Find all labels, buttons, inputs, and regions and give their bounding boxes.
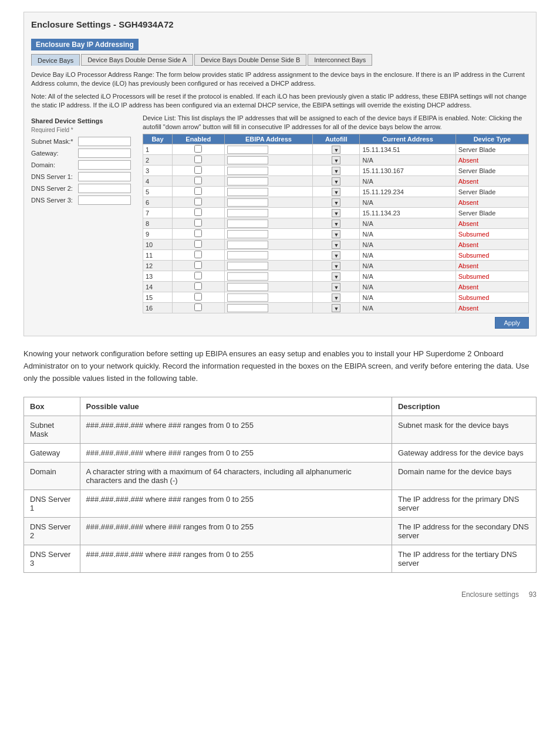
- enabled-cell[interactable]: [172, 155, 224, 166]
- autofill-cell[interactable]: ▼: [313, 229, 360, 239]
- autofill-button[interactable]: ▼: [332, 283, 340, 291]
- autofill-button[interactable]: ▼: [332, 156, 340, 164]
- ebipa-cell[interactable]: [224, 271, 313, 282]
- autofill-cell[interactable]: ▼: [313, 155, 360, 166]
- ebipa-input[interactable]: [227, 304, 268, 312]
- autofill-cell[interactable]: ▼: [313, 271, 360, 282]
- enabled-cell[interactable]: [172, 166, 224, 176]
- ebipa-input[interactable]: [227, 293, 268, 302]
- enabled-checkbox[interactable]: [194, 282, 202, 290]
- autofill-button[interactable]: ▼: [332, 177, 340, 185]
- enabled-checkbox[interactable]: [194, 251, 202, 258]
- enabled-cell[interactable]: [172, 218, 224, 229]
- autofill-cell[interactable]: ▼: [313, 197, 360, 208]
- input-subnet-mask[interactable]: [78, 137, 131, 146]
- enabled-cell[interactable]: [172, 197, 224, 208]
- ebipa-input[interactable]: [227, 272, 268, 281]
- autofill-button[interactable]: ▼: [332, 146, 340, 154]
- autofill-button[interactable]: ▼: [332, 167, 340, 175]
- enabled-cell[interactable]: [172, 239, 224, 250]
- enabled-checkbox[interactable]: [194, 198, 202, 205]
- ebipa-input[interactable]: [227, 156, 268, 164]
- enabled-checkbox[interactable]: [194, 156, 202, 163]
- ebipa-input[interactable]: [227, 251, 268, 259]
- enabled-cell[interactable]: [172, 250, 224, 261]
- autofill-cell[interactable]: ▼: [313, 187, 360, 197]
- ebipa-input[interactable]: [227, 220, 268, 228]
- ebipa-input[interactable]: [227, 177, 268, 185]
- ebipa-input[interactable]: [227, 188, 268, 196]
- enabled-cell[interactable]: [172, 176, 224, 187]
- enabled-checkbox[interactable]: [194, 187, 202, 195]
- enabled-cell[interactable]: [172, 303, 224, 313]
- ebipa-cell[interactable]: [224, 292, 313, 303]
- autofill-button[interactable]: ▼: [332, 262, 340, 270]
- autofill-button[interactable]: ▼: [332, 209, 340, 217]
- enabled-cell[interactable]: [172, 144, 224, 155]
- autofill-button[interactable]: ▼: [332, 251, 340, 259]
- enabled-cell[interactable]: [172, 282, 224, 292]
- ebipa-cell[interactable]: [224, 239, 313, 250]
- enabled-checkbox[interactable]: [194, 261, 202, 269]
- autofill-button[interactable]: ▼: [332, 272, 340, 281]
- ebipa-cell[interactable]: [224, 144, 313, 155]
- autofill-button[interactable]: ▼: [332, 293, 340, 302]
- ebipa-cell[interactable]: [224, 197, 313, 208]
- enabled-checkbox[interactable]: [194, 229, 202, 237]
- autofill-cell[interactable]: ▼: [313, 282, 360, 292]
- enabled-checkbox[interactable]: [194, 303, 202, 311]
- tab-device-bays-double-dense-side-a[interactable]: Device Bays Double Dense Side A: [81, 54, 193, 66]
- ebipa-input[interactable]: [227, 283, 268, 291]
- autofill-button[interactable]: ▼: [332, 220, 340, 228]
- ebipa-input[interactable]: [227, 262, 268, 270]
- enabled-cell[interactable]: [172, 208, 224, 218]
- tab-interconnect-bays[interactable]: Interconnect Bays: [308, 54, 372, 66]
- autofill-button[interactable]: ▼: [332, 188, 340, 196]
- ebipa-cell[interactable]: [224, 155, 313, 166]
- ebipa-cell[interactable]: [224, 261, 313, 271]
- enabled-cell[interactable]: [172, 229, 224, 239]
- ebipa-cell[interactable]: [224, 218, 313, 229]
- input-dns2[interactable]: [78, 184, 131, 193]
- tab-device-bays-double-dense-side-b[interactable]: Device Bays Double Dense Side B: [194, 54, 306, 66]
- enabled-cell[interactable]: [172, 292, 224, 303]
- autofill-cell[interactable]: ▼: [313, 166, 360, 176]
- ebipa-cell[interactable]: [224, 166, 313, 176]
- ebipa-input[interactable]: [227, 209, 268, 217]
- autofill-cell[interactable]: ▼: [313, 303, 360, 313]
- input-dns3[interactable]: [78, 195, 131, 205]
- autofill-button[interactable]: ▼: [332, 230, 340, 238]
- enabled-checkbox[interactable]: [194, 208, 202, 216]
- ebipa-input[interactable]: [227, 241, 268, 249]
- enabled-cell[interactable]: [172, 261, 224, 271]
- ebipa-cell[interactable]: [224, 208, 313, 218]
- input-gateway[interactable]: [78, 148, 131, 158]
- tab-device-bays[interactable]: Device Bays: [31, 54, 80, 66]
- autofill-cell[interactable]: ▼: [313, 144, 360, 155]
- enabled-checkbox[interactable]: [194, 240, 202, 248]
- ebipa-cell[interactable]: [224, 229, 313, 239]
- autofill-cell[interactable]: ▼: [313, 218, 360, 229]
- enabled-checkbox[interactable]: [194, 293, 202, 301]
- autofill-button[interactable]: ▼: [332, 198, 340, 207]
- enabled-checkbox[interactable]: [194, 145, 202, 153]
- enabled-cell[interactable]: [172, 271, 224, 282]
- ebipa-input[interactable]: [227, 146, 268, 154]
- input-domain[interactable]: [78, 160, 131, 170]
- autofill-button[interactable]: ▼: [332, 241, 340, 249]
- autofill-cell[interactable]: ▼: [313, 292, 360, 303]
- enabled-cell[interactable]: [172, 187, 224, 197]
- enabled-checkbox[interactable]: [194, 219, 202, 227]
- autofill-cell[interactable]: ▼: [313, 250, 360, 261]
- enabled-checkbox[interactable]: [194, 272, 202, 279]
- apply-button[interactable]: Apply: [495, 317, 529, 329]
- ebipa-input[interactable]: [227, 198, 268, 207]
- ebipa-cell[interactable]: [224, 303, 313, 313]
- enabled-checkbox[interactable]: [194, 177, 202, 184]
- ebipa-input[interactable]: [227, 230, 268, 238]
- ebipa-cell[interactable]: [224, 282, 313, 292]
- ebipa-cell[interactable]: [224, 187, 313, 197]
- autofill-cell[interactable]: ▼: [313, 176, 360, 187]
- ebipa-cell[interactable]: [224, 176, 313, 187]
- autofill-cell[interactable]: ▼: [313, 239, 360, 250]
